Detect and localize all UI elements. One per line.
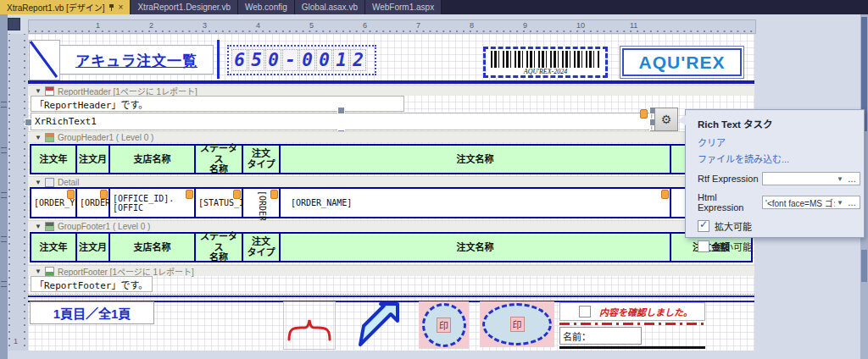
band-grip[interactable] bbox=[1, 192, 7, 198]
report-title-label[interactable]: アキュラ注文一覧 bbox=[59, 45, 214, 75]
left-margin-strip bbox=[0, 14, 8, 359]
detail-cell[interactable]: [ORDER_NAME] bbox=[281, 189, 671, 217]
band-grip[interactable] bbox=[1, 102, 7, 108]
can-grow-row: 拡大可能 bbox=[698, 219, 864, 233]
red-dashdot-line bbox=[559, 323, 705, 325]
column-footer-cell[interactable]: 注文名称 bbox=[281, 234, 671, 261]
tab-xtrareport1-design[interactable]: XtraReport1.vb [デザイン] × bbox=[0, 0, 131, 14]
clear-link[interactable]: クリア bbox=[698, 135, 864, 149]
column-header-cell[interactable]: 支店名称 bbox=[110, 146, 196, 173]
ellipsis-button[interactable]: … bbox=[845, 198, 860, 207]
ruler-number: 9 bbox=[523, 21, 527, 30]
collapse-triangle-icon[interactable]: ▼ bbox=[35, 87, 42, 95]
selection-handle[interactable] bbox=[337, 107, 345, 114]
band-group-header[interactable]: ▼ GroupHeader1 ( Level 0 ) bbox=[28, 131, 754, 142]
ruler-corner-box[interactable] bbox=[8, 18, 20, 30]
barcode-control[interactable]: AQU'REX-2024 bbox=[483, 47, 608, 78]
scrollbar-thumb[interactable] bbox=[861, 250, 867, 282]
column-header-cell[interactable]: 注文 タイプ bbox=[243, 146, 281, 173]
can-shrink-row: 縮小可能 bbox=[698, 240, 864, 253]
dropdown-arrow-icon[interactable]: ▼ bbox=[835, 175, 845, 183]
tab-webform1[interactable]: WebForm1.aspx bbox=[365, 0, 442, 14]
pin-icon[interactable] bbox=[108, 3, 115, 12]
smart-tag-icon[interactable] bbox=[270, 190, 278, 199]
load-file-link[interactable]: ファイルを読み込む... bbox=[698, 152, 864, 165]
column-footer-cell[interactable]: ステータス 名称 bbox=[196, 234, 243, 261]
group-footer-row: 注文年 注文月 支店名称 ステータス 名称 注文 タイプ 注文名称 注文金額 bbox=[30, 232, 753, 262]
logo-box[interactable]: AQU'REX bbox=[620, 46, 744, 79]
column-footer-cell[interactable]: 支店名称 bbox=[110, 234, 196, 261]
page-number-label[interactable]: 1頁目／全1頁 bbox=[30, 301, 154, 324]
tab-web-config[interactable]: Web.config bbox=[238, 0, 295, 14]
band-report-header[interactable]: ▼ ReportHeader [1ページに 1レポート] bbox=[28, 85, 754, 96]
name-field[interactable]: 名前： bbox=[559, 327, 642, 345]
brace-shape[interactable] bbox=[283, 301, 336, 350]
band-report-footer[interactable]: ▼ ReportFooter [1ページに 1レポート] bbox=[28, 265, 754, 276]
popup-title: Rich Text タスク bbox=[698, 117, 864, 130]
smart-tag-icon[interactable] bbox=[661, 190, 669, 199]
stamp-shape-octagon[interactable]: 印 bbox=[419, 301, 469, 349]
ellipsis-button[interactable]: … bbox=[845, 174, 860, 184]
smart-tag-icon[interactable] bbox=[233, 190, 241, 199]
tab-global-asax[interactable]: Global.asax.vb bbox=[295, 0, 365, 14]
collapse-triangle-icon[interactable]: ▼ bbox=[35, 268, 42, 275]
column-footer-cell[interactable]: 注文 タイプ bbox=[243, 234, 281, 261]
column-header-cell[interactable]: 注文年 bbox=[31, 146, 77, 173]
vertical-line-shape[interactable] bbox=[217, 40, 220, 79]
arrow-shape[interactable] bbox=[353, 301, 401, 348]
column-footer-cell[interactable]: 注文年 bbox=[31, 234, 77, 261]
detail-cell[interactable]: [ORDER bbox=[243, 189, 281, 217]
collapse-triangle-icon[interactable]: ▼ bbox=[35, 223, 42, 230]
report-header-band-icon bbox=[45, 86, 54, 96]
diagonal-line-shape[interactable] bbox=[29, 40, 60, 80]
detail-row: [ORDER_YEA [ORDER_ [OFFICE_ID].[OFFIC [S… bbox=[30, 187, 753, 218]
band-grip[interactable] bbox=[1, 147, 7, 153]
detail-cell[interactable]: [ORDER_ bbox=[77, 189, 110, 217]
confirm-box[interactable]: 内容を確認しました。 bbox=[559, 302, 705, 321]
detail-cell[interactable]: [OFFICE_ID].[OFFIC bbox=[110, 189, 196, 217]
group-footer-band-icon bbox=[45, 222, 54, 231]
tab-xtrareport1-designer[interactable]: XtraReport1.Designer.vb bbox=[131, 0, 238, 14]
smart-tag-gear-button[interactable]: ⚙ bbox=[654, 108, 678, 131]
zipcode-comb-field[interactable]: 650-0012 bbox=[227, 45, 376, 75]
rtf-expression-row: Rtf Expression ▼ … bbox=[689, 172, 860, 185]
field-text: [STATUS_ID bbox=[198, 198, 249, 207]
stamp-shape-ellipse[interactable]: 印 bbox=[480, 301, 554, 347]
smart-tag-icon[interactable] bbox=[67, 190, 75, 199]
dropdown-arrow-icon[interactable]: ▼ bbox=[835, 199, 845, 207]
can-shrink-checkbox[interactable] bbox=[698, 240, 709, 252]
band-grip[interactable] bbox=[1, 281, 7, 287]
html-expression-row: Html Expression '<font face=MS ゴシック ▼ … bbox=[689, 192, 860, 213]
confirm-checkbox[interactable] bbox=[579, 306, 591, 318]
ruler-number: 7 bbox=[416, 21, 420, 30]
ruler-number: 11 bbox=[630, 21, 637, 30]
close-icon[interactable]: × bbox=[119, 3, 124, 12]
collapse-triangle-icon[interactable]: ▼ bbox=[35, 134, 42, 141]
band-group-footer[interactable]: ▼ GroupFooter1 ( Level 0 ) bbox=[28, 220, 754, 231]
richtext-control[interactable]: XrRichText1 bbox=[31, 113, 652, 130]
tab-label: WebForm1.aspx bbox=[372, 3, 434, 12]
html-expression-input[interactable]: '<font face=MS ゴシック ▼ … bbox=[762, 196, 860, 209]
band-detail[interactable]: ▼ Detail bbox=[28, 176, 754, 187]
detail-cell[interactable]: [ORDER_YEA bbox=[31, 189, 77, 217]
tab-label: Web.config bbox=[245, 3, 287, 12]
rtf-expression-input[interactable]: ▼ … bbox=[762, 172, 860, 185]
column-header-cell[interactable]: 注文名称 bbox=[281, 146, 671, 173]
smart-tag-icon[interactable] bbox=[186, 190, 193, 199]
smart-tag-icon[interactable] bbox=[640, 109, 648, 119]
detail-cell[interactable]: [STATUS_ID bbox=[196, 189, 243, 217]
band-grip[interactable] bbox=[1, 236, 7, 242]
can-grow-checkbox[interactable] bbox=[698, 220, 709, 232]
collapse-triangle-icon[interactable]: ▼ bbox=[35, 179, 42, 186]
signature-line bbox=[559, 346, 705, 349]
ruler-number: 4 bbox=[256, 21, 260, 30]
vertical-ruler: 1 bbox=[8, 34, 28, 351]
smart-tag-icon[interactable] bbox=[100, 190, 108, 199]
column-header-cell[interactable]: 注文月 bbox=[77, 146, 110, 173]
column-header-cell[interactable]: ステータス 名称 bbox=[196, 146, 243, 173]
zipcode-digit: 2 bbox=[350, 49, 366, 71]
selection-handle[interactable] bbox=[25, 119, 32, 126]
column-footer-cell[interactable]: 注文月 bbox=[77, 234, 110, 261]
report-footer-label[interactable]: 「ReportFooter」です。 bbox=[31, 276, 153, 292]
report-header-label[interactable]: 「ReportHeader」です。 bbox=[31, 96, 404, 112]
